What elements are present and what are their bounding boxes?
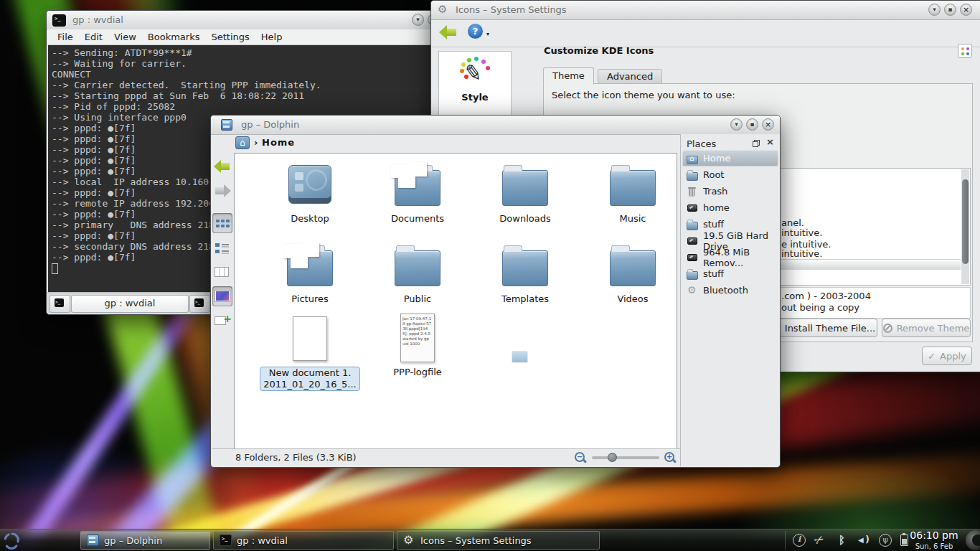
breadcrumb-home[interactable]: Home	[262, 137, 295, 148]
places-item-icon	[687, 252, 698, 263]
toolbar-button-icon[interactable]	[212, 213, 232, 233]
checkmark-icon	[928, 351, 936, 362]
float-panel-icon[interactable]	[753, 140, 760, 147]
taskbar-task[interactable]: Icons – System Settings	[397, 531, 600, 550]
terminal-icon	[55, 298, 64, 307]
taskbar-clock[interactable]: 06:10 pm Sun, 6 Feb	[910, 530, 958, 551]
tray-icon[interactable]	[857, 534, 870, 547]
zoom-in-icon[interactable]	[664, 452, 676, 463]
file-item[interactable]: Jan 17 09:47:18 gp-Aspire-5738 pppd[1946…	[364, 311, 471, 378]
toolbar-button-icon[interactable]	[212, 182, 232, 202]
settings-titlebar[interactable]: ⚙ Icons – System Settings	[431, 1, 980, 20]
file-item-label: Videos	[579, 293, 677, 305]
file-item[interactable]: Desktop	[256, 158, 364, 225]
maximize-button[interactable]	[746, 118, 758, 131]
theme-list-row[interactable]: intuitive.	[781, 248, 822, 259]
file-item[interactable]: Downloads	[471, 158, 579, 225]
toolbar-button-icon[interactable]	[212, 286, 232, 306]
maximize-button[interactable]	[944, 4, 956, 16]
sidebar-item-style[interactable]: ✎ Style	[439, 60, 511, 103]
taskbar-task[interactable]: gp – Dolphin	[80, 531, 210, 550]
list-scrollbar[interactable]	[961, 169, 969, 284]
icon-sizes-button[interactable]	[958, 44, 972, 58]
file-type-icon	[293, 316, 327, 361]
places-item[interactable]: Bluetooth	[682, 282, 778, 298]
places-item[interactable]: Trash	[682, 183, 778, 199]
konsole-titlebar[interactable]: gp : wvdial	[47, 11, 463, 30]
toolbar-button-icon[interactable]	[212, 237, 232, 258]
close-button[interactable]	[960, 4, 972, 16]
places-item-icon	[687, 169, 698, 181]
file-item[interactable]: Documents	[364, 158, 471, 225]
menu-item[interactable]: Settings	[205, 32, 255, 42]
task-label: gp : wvdial	[237, 535, 288, 546]
theme-list-row[interactable]: intuitive.	[781, 227, 822, 238]
file-label-line1: Documents	[364, 213, 471, 225]
toolbar-button-icon[interactable]	[212, 262, 232, 282]
file-item-label: Pictures	[256, 293, 364, 305]
dolphin-titlebar[interactable]: gp – Dolphin	[211, 116, 780, 135]
task-icon	[87, 534, 99, 546]
install-theme-button[interactable]: Install Theme File...	[768, 319, 877, 337]
menu-item[interactable]: Help	[255, 32, 288, 42]
minimize-button[interactable]	[928, 4, 941, 16]
dolphin-toolbar	[211, 153, 234, 449]
zoom-slider-knob[interactable]	[608, 453, 617, 462]
remove-theme-button[interactable]: Remove Theme	[882, 319, 971, 337]
toolbar-button-icon[interactable]	[212, 157, 232, 177]
file-item-label: Templates	[471, 293, 579, 305]
menu-item[interactable]: File	[52, 32, 79, 42]
new-tab-button[interactable]	[50, 295, 70, 313]
tray-icon[interactable]	[900, 534, 908, 546]
zoom-slider[interactable]	[592, 456, 659, 459]
theme-list-row[interactable]: anel.	[781, 217, 804, 228]
terminal-line: CONNECT	[52, 69, 458, 80]
zoom-out-icon[interactable]	[575, 452, 586, 463]
places-item[interactable]: Root	[682, 166, 778, 183]
file-item[interactable]: New document 1. 2011_01_20_16_5...	[256, 311, 364, 391]
help-icon[interactable]: ?	[468, 24, 483, 39]
tray-icon[interactable]	[814, 534, 827, 547]
tray-icon[interactable]	[879, 534, 892, 547]
menu-item[interactable]: Bookmarks	[142, 32, 206, 42]
task-list: gp – Dolphin gp : wvdial Icons – System …	[80, 531, 600, 550]
apply-button[interactable]: Apply	[922, 347, 972, 365]
menu-item[interactable]: View	[108, 32, 142, 42]
file-item[interactable]: Music	[579, 158, 677, 225]
places-item-icon	[687, 219, 698, 230]
tab-advanced[interactable]: Advanced	[598, 69, 662, 85]
places-item[interactable]: 964.8 MiB Remov...	[682, 249, 778, 265]
minimize-button[interactable]	[412, 14, 424, 26]
close-button[interactable]	[762, 118, 774, 131]
close-panel-icon[interactable]: ×	[766, 136, 774, 147]
file-label-line1: Videos	[579, 293, 677, 305]
tray-icon[interactable]	[793, 534, 806, 547]
file-item[interactable]: Templates	[471, 238, 579, 305]
terminal-line: --> Carrier detected. Starting PPP immed…	[52, 80, 458, 90]
breadcrumb-separator: ›	[254, 137, 258, 148]
close-tab-button[interactable]	[189, 295, 210, 313]
file-item[interactable]: Public	[364, 238, 471, 305]
drag-ghost-icon	[512, 351, 528, 363]
home-icon[interactable]: ⌂	[235, 136, 250, 149]
file-type-icon	[395, 170, 440, 206]
back-arrow-icon[interactable]	[439, 24, 458, 40]
places-item[interactable]: Home	[682, 150, 778, 166]
toolbar-button-icon[interactable]	[212, 311, 232, 331]
konsole-tab[interactable]: gp : wvdial	[71, 295, 189, 313]
folder-view[interactable]: Desktop Documents	[234, 153, 677, 449]
plasma-cashew-icon[interactable]	[966, 530, 980, 550]
taskbar-task[interactable]: gp : wvdial	[213, 531, 394, 550]
scrollbar-thumb[interactable]	[962, 179, 969, 264]
menu-item[interactable]: Edit	[79, 32, 108, 42]
minimize-button[interactable]	[730, 118, 743, 131]
places-item[interactable]: home	[682, 199, 778, 216]
file-item-icon	[579, 238, 677, 291]
tray-icon[interactable]	[836, 534, 849, 547]
file-item[interactable]: Videos	[579, 238, 677, 305]
file-item-icon	[364, 158, 471, 211]
konsole-window-title: gp : wvdial	[72, 14, 123, 25]
file-item[interactable]: Pictures	[256, 238, 364, 305]
tab-theme[interactable]: Theme	[543, 67, 594, 85]
app-launcher-icon[interactable]	[1, 530, 23, 550]
